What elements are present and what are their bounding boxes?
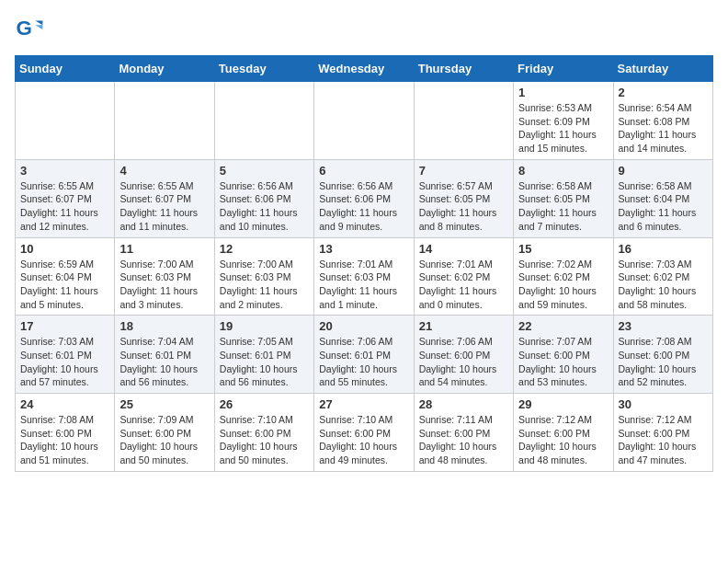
calendar-cell: 18Sunrise: 7:04 AM Sunset: 6:01 PM Dayli… bbox=[115, 316, 214, 394]
calendar-cell bbox=[115, 82, 214, 160]
day-info: Sunrise: 7:06 AM Sunset: 6:00 PM Dayligh… bbox=[419, 335, 508, 389]
calendar-cell bbox=[16, 82, 115, 160]
calendar-cell: 3Sunrise: 6:55 AM Sunset: 6:07 PM Daylig… bbox=[16, 159, 115, 237]
weekday-header-tuesday: Tuesday bbox=[214, 56, 313, 82]
day-info: Sunrise: 7:12 AM Sunset: 6:00 PM Dayligh… bbox=[518, 413, 608, 467]
day-number: 27 bbox=[319, 397, 408, 411]
day-number: 7 bbox=[419, 164, 508, 178]
calendar-cell: 13Sunrise: 7:01 AM Sunset: 6:03 PM Dayli… bbox=[314, 237, 414, 316]
calendar-cell: 29Sunrise: 7:12 AM Sunset: 6:00 PM Dayli… bbox=[514, 394, 613, 472]
day-number: 15 bbox=[518, 242, 608, 256]
day-info: Sunrise: 6:59 AM Sunset: 6:04 PM Dayligh… bbox=[20, 258, 109, 312]
day-info: Sunrise: 7:01 AM Sunset: 6:02 PM Dayligh… bbox=[419, 258, 508, 312]
day-info: Sunrise: 7:10 AM Sunset: 6:00 PM Dayligh… bbox=[319, 413, 408, 467]
day-number: 20 bbox=[319, 319, 408, 333]
day-number: 24 bbox=[20, 397, 109, 411]
day-info: Sunrise: 6:54 AM Sunset: 6:08 PM Dayligh… bbox=[619, 101, 708, 155]
day-number: 11 bbox=[119, 242, 209, 256]
logo: G bbox=[15, 15, 48, 44]
week-row-2: 3Sunrise: 6:55 AM Sunset: 6:07 PM Daylig… bbox=[16, 159, 713, 237]
day-info: Sunrise: 7:04 AM Sunset: 6:01 PM Dayligh… bbox=[119, 335, 209, 389]
day-number: 18 bbox=[119, 319, 209, 333]
day-number: 4 bbox=[119, 164, 209, 178]
week-row-3: 10Sunrise: 6:59 AM Sunset: 6:04 PM Dayli… bbox=[16, 237, 713, 316]
day-number: 17 bbox=[20, 319, 109, 333]
day-number: 22 bbox=[518, 319, 608, 333]
calendar-cell: 23Sunrise: 7:08 AM Sunset: 6:00 PM Dayli… bbox=[613, 316, 712, 394]
calendar-cell: 22Sunrise: 7:07 AM Sunset: 6:00 PM Dayli… bbox=[514, 316, 613, 394]
day-info: Sunrise: 6:58 AM Sunset: 6:05 PM Dayligh… bbox=[518, 179, 608, 234]
svg-marker-1 bbox=[35, 20, 42, 25]
calendar-cell: 19Sunrise: 7:05 AM Sunset: 6:01 PM Dayli… bbox=[214, 316, 313, 394]
day-number: 12 bbox=[220, 242, 309, 256]
calendar-cell: 4Sunrise: 6:55 AM Sunset: 6:07 PM Daylig… bbox=[115, 159, 214, 237]
day-info: Sunrise: 6:53 AM Sunset: 6:09 PM Dayligh… bbox=[518, 101, 608, 155]
day-info: Sunrise: 7:00 AM Sunset: 6:03 PM Dayligh… bbox=[119, 258, 209, 312]
calendar-cell: 11Sunrise: 7:00 AM Sunset: 6:03 PM Dayli… bbox=[115, 237, 214, 316]
calendar-cell: 17Sunrise: 7:03 AM Sunset: 6:01 PM Dayli… bbox=[16, 316, 115, 394]
calendar-cell: 21Sunrise: 7:06 AM Sunset: 6:00 PM Dayli… bbox=[414, 316, 513, 394]
day-info: Sunrise: 7:10 AM Sunset: 6:00 PM Dayligh… bbox=[220, 413, 309, 467]
calendar-cell: 27Sunrise: 7:10 AM Sunset: 6:00 PM Dayli… bbox=[314, 394, 414, 472]
day-number: 8 bbox=[518, 164, 608, 178]
day-number: 2 bbox=[619, 86, 708, 99]
week-row-4: 17Sunrise: 7:03 AM Sunset: 6:01 PM Dayli… bbox=[16, 316, 713, 394]
calendar-cell: 24Sunrise: 7:08 AM Sunset: 6:00 PM Dayli… bbox=[16, 394, 115, 472]
day-number: 26 bbox=[220, 397, 309, 411]
day-number: 25 bbox=[119, 397, 209, 411]
calendar-cell: 25Sunrise: 7:09 AM Sunset: 6:00 PM Dayli… bbox=[115, 394, 214, 472]
calendar-cell: 5Sunrise: 6:56 AM Sunset: 6:06 PM Daylig… bbox=[214, 159, 313, 237]
calendar-cell bbox=[314, 82, 414, 160]
weekday-header-thursday: Thursday bbox=[414, 56, 513, 82]
day-info: Sunrise: 7:08 AM Sunset: 6:00 PM Dayligh… bbox=[619, 335, 708, 389]
day-info: Sunrise: 7:00 AM Sunset: 6:03 PM Dayligh… bbox=[220, 258, 309, 312]
day-info: Sunrise: 6:55 AM Sunset: 6:07 PM Dayligh… bbox=[119, 179, 209, 234]
logo-icon: G bbox=[15, 15, 44, 44]
day-info: Sunrise: 6:58 AM Sunset: 6:04 PM Dayligh… bbox=[619, 179, 708, 234]
day-number: 29 bbox=[518, 397, 608, 411]
day-number: 1 bbox=[518, 86, 608, 99]
day-info: Sunrise: 7:02 AM Sunset: 6:02 PM Dayligh… bbox=[518, 258, 608, 312]
week-row-5: 24Sunrise: 7:08 AM Sunset: 6:00 PM Dayli… bbox=[16, 394, 713, 472]
day-number: 16 bbox=[619, 242, 708, 256]
day-number: 19 bbox=[220, 319, 309, 333]
day-info: Sunrise: 6:56 AM Sunset: 6:06 PM Dayligh… bbox=[319, 179, 408, 234]
day-number: 9 bbox=[619, 164, 708, 178]
calendar-cell: 6Sunrise: 6:56 AM Sunset: 6:06 PM Daylig… bbox=[314, 159, 414, 237]
calendar-cell: 8Sunrise: 6:58 AM Sunset: 6:05 PM Daylig… bbox=[514, 159, 613, 237]
calendar-cell: 14Sunrise: 7:01 AM Sunset: 6:02 PM Dayli… bbox=[414, 237, 513, 316]
day-number: 30 bbox=[619, 397, 708, 411]
calendar-cell: 15Sunrise: 7:02 AM Sunset: 6:02 PM Dayli… bbox=[514, 237, 613, 316]
day-info: Sunrise: 7:01 AM Sunset: 6:03 PM Dayligh… bbox=[319, 258, 408, 312]
svg-text:G: G bbox=[17, 17, 32, 40]
day-info: Sunrise: 7:08 AM Sunset: 6:00 PM Dayligh… bbox=[20, 413, 109, 467]
day-info: Sunrise: 7:06 AM Sunset: 6:01 PM Dayligh… bbox=[319, 335, 408, 389]
calendar-cell: 20Sunrise: 7:06 AM Sunset: 6:01 PM Dayli… bbox=[314, 316, 414, 394]
calendar-cell: 2Sunrise: 6:54 AM Sunset: 6:08 PM Daylig… bbox=[613, 82, 712, 160]
weekday-header-wednesday: Wednesday bbox=[314, 56, 414, 82]
day-info: Sunrise: 7:09 AM Sunset: 6:00 PM Dayligh… bbox=[119, 413, 209, 467]
day-number: 5 bbox=[220, 164, 309, 178]
day-info: Sunrise: 7:07 AM Sunset: 6:00 PM Dayligh… bbox=[518, 335, 608, 389]
week-row-1: 1Sunrise: 6:53 AM Sunset: 6:09 PM Daylig… bbox=[16, 82, 713, 160]
weekday-header-row: SundayMondayTuesdayWednesdayThursdayFrid… bbox=[16, 56, 713, 82]
day-number: 6 bbox=[319, 164, 408, 178]
calendar-cell: 7Sunrise: 6:57 AM Sunset: 6:05 PM Daylig… bbox=[414, 159, 513, 237]
weekday-header-saturday: Saturday bbox=[613, 56, 712, 82]
day-number: 3 bbox=[20, 164, 109, 178]
day-info: Sunrise: 7:03 AM Sunset: 6:01 PM Dayligh… bbox=[20, 335, 109, 389]
weekday-header-monday: Monday bbox=[115, 56, 214, 82]
day-number: 14 bbox=[419, 242, 508, 256]
calendar-cell: 16Sunrise: 7:03 AM Sunset: 6:02 PM Dayli… bbox=[613, 237, 712, 316]
calendar-cell: 26Sunrise: 7:10 AM Sunset: 6:00 PM Dayli… bbox=[214, 394, 313, 472]
day-info: Sunrise: 7:03 AM Sunset: 6:02 PM Dayligh… bbox=[619, 258, 708, 312]
calendar-cell bbox=[414, 82, 513, 160]
calendar-cell bbox=[214, 82, 313, 160]
day-info: Sunrise: 6:57 AM Sunset: 6:05 PM Dayligh… bbox=[419, 179, 508, 234]
weekday-header-friday: Friday bbox=[514, 56, 613, 82]
weekday-header-sunday: Sunday bbox=[16, 56, 115, 82]
svg-marker-2 bbox=[35, 25, 42, 29]
day-info: Sunrise: 6:56 AM Sunset: 6:06 PM Dayligh… bbox=[220, 179, 309, 234]
day-number: 28 bbox=[419, 397, 508, 411]
calendar-cell: 1Sunrise: 6:53 AM Sunset: 6:09 PM Daylig… bbox=[514, 82, 613, 160]
